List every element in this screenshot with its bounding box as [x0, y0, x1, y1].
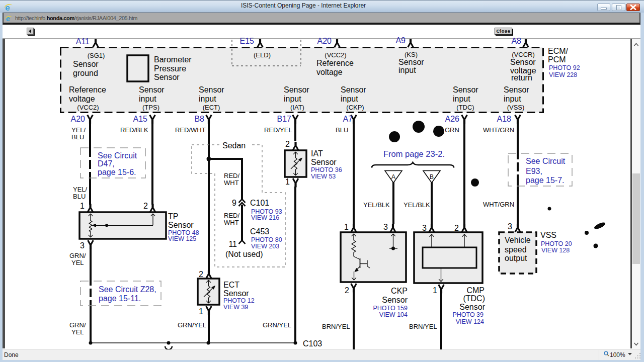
svg-text:WHT/GRN: WHT/GRN	[483, 126, 514, 134]
svg-text:Barometer: Barometer	[154, 55, 192, 64]
svg-text:Sedan: Sedan	[222, 141, 246, 150]
svg-text:input: input	[504, 95, 521, 103]
svg-text:output: output	[505, 254, 527, 262]
svg-text:page 15-7.: page 15-7.	[526, 176, 565, 185]
svg-text:2: 2	[143, 202, 148, 210]
svg-text:input: input	[341, 95, 358, 103]
svg-text:YEL/: YEL/	[73, 186, 88, 193]
svg-text:(TDC): (TDC)	[463, 294, 485, 303]
svg-text:(VCCR): (VCCR)	[512, 51, 535, 58]
svg-text:VIEW 216: VIEW 216	[251, 214, 279, 221]
svg-text:11: 11	[228, 240, 237, 248]
svg-text:WHT: WHT	[224, 179, 239, 187]
svg-text:input: input	[139, 95, 156, 103]
svg-text:VIEW 39: VIEW 39	[223, 304, 248, 311]
svg-text:(ELD): (ELD)	[254, 51, 271, 59]
svg-text:ground: ground	[73, 69, 98, 77]
svg-text:RED/: RED/	[224, 212, 239, 219]
svg-text:VIEW 124: VIEW 124	[456, 318, 484, 325]
svg-text:VIEW 128: VIEW 128	[541, 247, 570, 254]
svg-text:1: 1	[80, 202, 85, 210]
svg-text:BRN/YEL: BRN/YEL	[322, 323, 350, 330]
svg-text:VIEW 104: VIEW 104	[379, 311, 408, 318]
svg-text:BLU: BLU	[336, 126, 348, 134]
svg-text:VIEW 53: VIEW 53	[311, 173, 336, 180]
svg-text:3: 3	[422, 224, 427, 232]
svg-text:ECT: ECT	[223, 281, 239, 289]
svg-text:RED/WHT: RED/WHT	[175, 126, 206, 134]
svg-text:A9: A9	[395, 36, 406, 45]
svg-text:A26: A26	[445, 115, 460, 123]
svg-text:Sensor: Sensor	[139, 85, 165, 94]
svg-text:1: 1	[344, 223, 349, 231]
svg-text:(TPS): (TPS)	[142, 104, 159, 111]
svg-text:Sensor: Sensor	[398, 58, 424, 66]
svg-text:Sensor: Sensor	[311, 158, 337, 166]
svg-text:PHOTO 92: PHOTO 92	[549, 64, 580, 71]
svg-text:RED/YEL: RED/YEL	[264, 126, 292, 134]
svg-text:(TDC): (TDC)	[456, 104, 474, 111]
svg-text:A11: A11	[76, 37, 90, 46]
svg-text:GRN/: GRN/	[69, 252, 86, 259]
svg-text:voltage: voltage	[316, 68, 343, 76]
svg-text:Sensor: Sensor	[168, 221, 194, 229]
svg-text:See Circuit: See Circuit	[526, 157, 566, 165]
svg-text:return: return	[511, 73, 532, 82]
svg-text:(SG1): (SG1)	[88, 52, 105, 59]
svg-text:Sensor: Sensor	[504, 85, 529, 94]
svg-text:A20: A20	[317, 37, 332, 45]
svg-text:input: input	[398, 66, 416, 74]
svg-text:E93,: E93,	[526, 167, 542, 175]
svg-text:page 15-6.: page 15-6.	[98, 168, 136, 176]
svg-text:3: 3	[80, 241, 85, 250]
svg-text:ECM/: ECM/	[548, 47, 569, 55]
svg-text:Sensor: Sensor	[223, 289, 249, 298]
svg-text:(KS): (KS)	[405, 51, 418, 58]
svg-text:input: input	[199, 95, 216, 103]
svg-text:1: 1	[433, 286, 437, 295]
svg-text:YEL/BLK: YEL/BLK	[404, 201, 430, 209]
svg-text:A7: A7	[343, 115, 353, 123]
svg-text:PHOTO 39: PHOTO 39	[452, 311, 484, 318]
svg-text:Sensor: Sensor	[284, 85, 309, 94]
svg-text:2: 2	[345, 286, 349, 295]
svg-text:GRN/YEL: GRN/YEL	[263, 321, 291, 329]
svg-text:PCM: PCM	[548, 55, 566, 64]
svg-text:(Not used): (Not used)	[225, 250, 263, 258]
svg-text:VIEW 228: VIEW 228	[549, 71, 577, 78]
svg-text:2: 2	[454, 224, 459, 232]
svg-text:C103: C103	[303, 339, 322, 348]
svg-text:Sensor: Sensor	[154, 73, 180, 81]
svg-text:IAT: IAT	[311, 149, 323, 158]
svg-text:(VCC2): (VCC2)	[77, 104, 99, 111]
svg-text:VIEW 203: VIEW 203	[251, 243, 279, 250]
svg-text:(CKP): (CKP)	[346, 104, 364, 111]
svg-text:GRN/: GRN/	[69, 321, 86, 329]
svg-text:(VSS): (VSS)	[507, 104, 525, 111]
svg-text:(ECT): (ECT)	[203, 104, 220, 111]
svg-text:C453: C453	[250, 227, 269, 236]
svg-text:BLU: BLU	[71, 133, 84, 141]
svg-text:VIEW 125: VIEW 125	[168, 235, 196, 242]
svg-text:See Circuit: See Circuit	[98, 151, 137, 160]
svg-text:A: A	[391, 173, 396, 180]
svg-text:1: 1	[199, 307, 203, 316]
svg-text:Sensor: Sensor	[459, 303, 485, 311]
svg-text:VSS: VSS	[540, 231, 556, 239]
svg-text:RED/BLK: RED/BLK	[120, 126, 148, 134]
svg-text:A18: A18	[497, 115, 512, 123]
svg-text:B8: B8	[194, 115, 204, 123]
svg-text:CKP: CKP	[391, 287, 408, 295]
svg-text:A20: A20	[71, 115, 86, 123]
svg-text:speed: speed	[505, 245, 527, 254]
svg-text:BLU: BLU	[73, 193, 86, 200]
svg-text:GRN/YEL: GRN/YEL	[178, 321, 206, 329]
svg-text:CMP: CMP	[466, 286, 485, 295]
svg-text:input: input	[453, 95, 470, 103]
svg-text:PHOTO 159: PHOTO 159	[373, 305, 408, 312]
svg-text:2: 2	[199, 270, 203, 279]
svg-text:PHOTO 20: PHOTO 20	[541, 240, 572, 247]
svg-text:B17: B17	[277, 115, 292, 123]
svg-text:voltage: voltage	[69, 95, 95, 103]
svg-text:Reference: Reference	[69, 85, 106, 94]
